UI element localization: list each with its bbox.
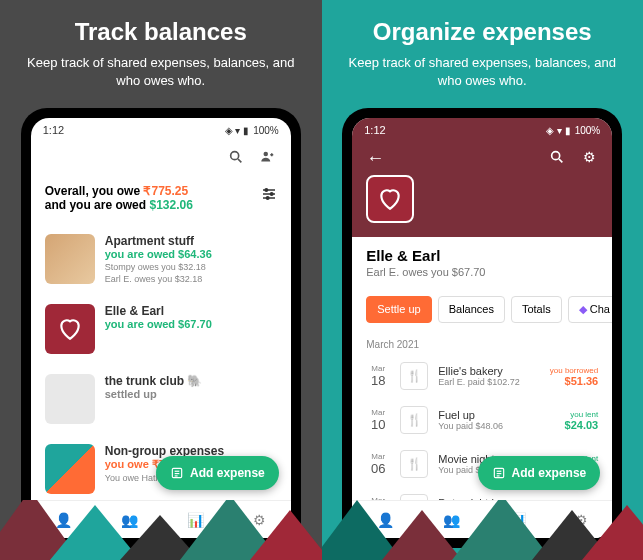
expense-paid: Earl E. paid $102.72 bbox=[438, 377, 540, 387]
panel-title: Track balances bbox=[18, 18, 304, 46]
expense-name: Ellie's bakery bbox=[438, 365, 540, 377]
bottom-nav: 👤 👥 📊 ⚙ bbox=[31, 500, 291, 538]
phone-screen: 1:12 ◈ ▾ ▮ 100% Overall, you owe ₹775.25… bbox=[31, 118, 291, 538]
filter-icon[interactable] bbox=[261, 186, 277, 205]
group-item[interactable]: the trunk club 🐘 settled up bbox=[31, 364, 291, 434]
group-status: settled up bbox=[105, 388, 277, 400]
settings-icon[interactable]: ⚙ bbox=[580, 148, 598, 166]
expense-item[interactable]: Mar10 🍴 Fuel upYou paid $48.06 you lent$… bbox=[352, 398, 612, 442]
panel-title: Organize expenses bbox=[340, 18, 626, 46]
svg-point-2 bbox=[263, 152, 268, 157]
svg-line-14 bbox=[559, 159, 562, 162]
bottom-nav: 👤 👥 📊 ⚙ bbox=[352, 500, 612, 538]
nav-groups-icon[interactable]: 👥 bbox=[443, 512, 460, 528]
expense-paid: You paid $48.06 bbox=[438, 421, 554, 431]
group-name: the trunk club 🐘 bbox=[105, 374, 277, 388]
panel-subtitle: Keep track of shared expenses, balances,… bbox=[18, 54, 304, 90]
group-image bbox=[45, 304, 95, 354]
status-bar: 1:12 ◈ ▾ ▮ 100% bbox=[352, 118, 612, 142]
back-icon[interactable]: ← bbox=[366, 148, 384, 169]
status-icons: ◈ ▾ ▮ 100% bbox=[546, 125, 600, 136]
group-avatar bbox=[366, 175, 414, 223]
expense-date: Mar18 bbox=[366, 364, 390, 388]
group-balance: Earl E. owes you $67.70 bbox=[352, 266, 612, 288]
group-item[interactable]: Apartment stuff you are owed $64.36 Stom… bbox=[31, 224, 291, 294]
group-name: Elle & Earl bbox=[352, 237, 612, 266]
group-image bbox=[45, 444, 95, 494]
expense-amount: $24.03 bbox=[565, 419, 599, 431]
tab-cha[interactable]: ◆ Cha bbox=[568, 296, 613, 323]
status-time: 1:12 bbox=[364, 124, 385, 136]
group-header bbox=[352, 175, 612, 237]
group-name: Elle & Earl bbox=[105, 304, 277, 318]
expense-date: Mar06 bbox=[366, 452, 390, 476]
nav-account-icon[interactable]: ⚙ bbox=[575, 512, 588, 528]
svg-point-7 bbox=[270, 193, 273, 196]
add-expense-button[interactable]: Add expense bbox=[156, 456, 279, 490]
tabs-row: Settle upBalancesTotals◆ Cha bbox=[352, 288, 612, 331]
group-image bbox=[45, 374, 95, 424]
nav-groups-icon[interactable]: 👥 bbox=[121, 512, 138, 528]
add-group-icon[interactable] bbox=[259, 148, 277, 166]
nav-activity-icon[interactable]: 📊 bbox=[509, 512, 526, 528]
svg-point-13 bbox=[552, 152, 560, 160]
svg-point-6 bbox=[265, 189, 268, 192]
add-expense-button[interactable]: Add expense bbox=[478, 456, 601, 490]
status-icons: ◈ ▾ ▮ 100% bbox=[225, 125, 279, 136]
expense-amount: $51.36 bbox=[550, 375, 598, 387]
group-detail: Earl E. owes you $32.18 bbox=[105, 274, 277, 284]
expense-category-icon: 🍴 bbox=[400, 362, 428, 390]
expense-category-icon: 🍴 bbox=[400, 450, 428, 478]
balance-summary: Overall, you owe ₹775.25 and you are owe… bbox=[31, 172, 291, 224]
group-name: Apartment stuff bbox=[105, 234, 277, 248]
month-header: March 2021 bbox=[352, 331, 612, 354]
summary-line1: Overall, you owe ₹775.25 bbox=[45, 184, 277, 198]
nav-friends-icon[interactable]: 👤 bbox=[55, 512, 72, 528]
top-bar: ← ⚙ bbox=[352, 142, 612, 175]
summary-line2: and you are owed $132.06 bbox=[45, 198, 277, 212]
expense-item[interactable]: Mar18 🍴 Ellie's bakeryEarl E. paid $102.… bbox=[352, 354, 612, 398]
tab-settle-up[interactable]: Settle up bbox=[366, 296, 431, 323]
track-balances-panel: Track balances Keep track of shared expe… bbox=[0, 0, 322, 560]
nav-activity-icon[interactable]: 📊 bbox=[187, 512, 204, 528]
search-icon[interactable] bbox=[227, 148, 245, 166]
expense-category-icon: 🍴 bbox=[400, 406, 428, 434]
nav-friends-icon[interactable]: 👤 bbox=[377, 512, 394, 528]
organize-expenses-panel: Organize expenses Keep track of shared e… bbox=[322, 0, 644, 560]
svg-point-0 bbox=[230, 152, 238, 160]
group-item[interactable]: Elle & Earl you are owed $67.70 bbox=[31, 294, 291, 364]
nav-account-icon[interactable]: ⚙ bbox=[253, 512, 266, 528]
phone-frame: 1:12 ◈ ▾ ▮ 100% ← ⚙ Elle & Earl Earl E. … bbox=[342, 108, 622, 548]
group-detail: Stompy owes you $32.18 bbox=[105, 262, 277, 272]
status-bar: 1:12 ◈ ▾ ▮ 100% bbox=[31, 118, 291, 142]
phone-frame: 1:12 ◈ ▾ ▮ 100% Overall, you owe ₹775.25… bbox=[21, 108, 301, 548]
expense-name: Fuel up bbox=[438, 409, 554, 421]
group-status: you are owed $64.36 bbox=[105, 248, 277, 260]
group-status: you are owed $67.70 bbox=[105, 318, 277, 330]
expense-label: you lent bbox=[565, 410, 599, 419]
svg-line-1 bbox=[238, 159, 241, 162]
panel-subtitle: Keep track of shared expenses, balances,… bbox=[340, 54, 626, 90]
tab-balances[interactable]: Balances bbox=[438, 296, 505, 323]
phone-screen: 1:12 ◈ ▾ ▮ 100% ← ⚙ Elle & Earl Earl E. … bbox=[352, 118, 612, 538]
expense-date: Mar10 bbox=[366, 408, 390, 432]
expense-label: you borrowed bbox=[550, 366, 598, 375]
search-icon[interactable] bbox=[548, 148, 566, 166]
status-time: 1:12 bbox=[43, 124, 64, 136]
top-bar bbox=[31, 142, 291, 172]
group-image bbox=[45, 234, 95, 284]
svg-point-8 bbox=[266, 197, 269, 200]
tab-totals[interactable]: Totals bbox=[511, 296, 562, 323]
